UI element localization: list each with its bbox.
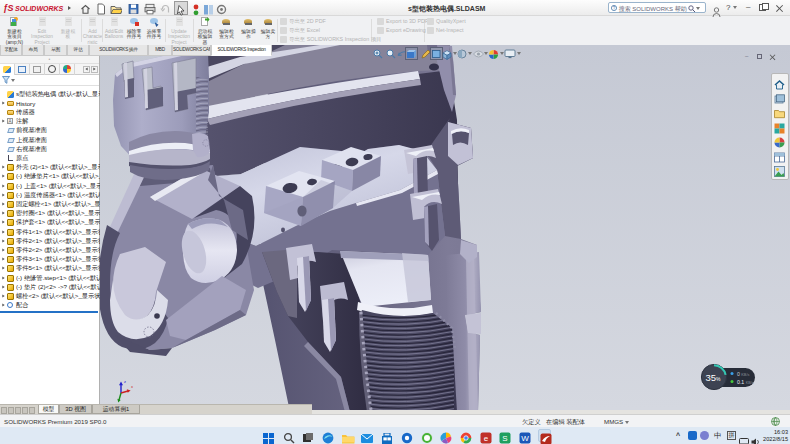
svg-text:e: e — [483, 434, 488, 443]
svg-text:x: x — [131, 384, 133, 389]
svg-text:W: W — [521, 434, 529, 443]
svg-text:S: S — [502, 434, 507, 443]
svg-text:z: z — [124, 379, 126, 384]
